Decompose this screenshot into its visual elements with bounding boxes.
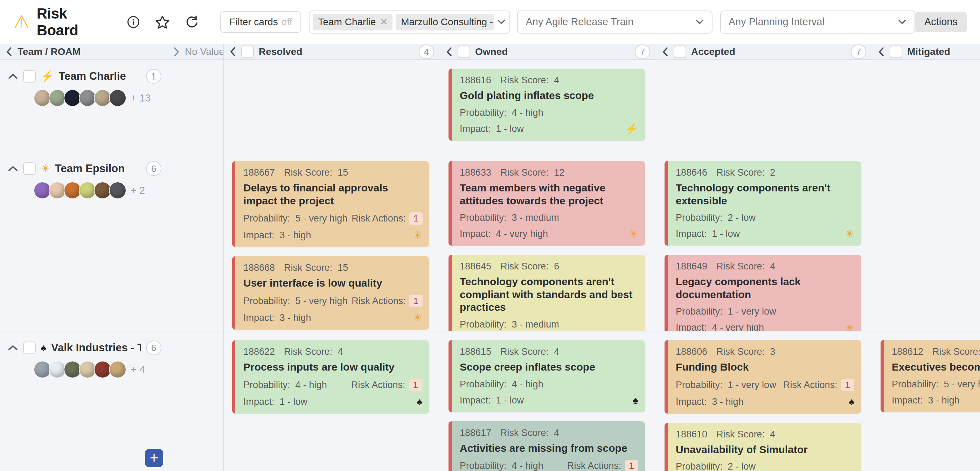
column-title: Mitigated	[907, 46, 950, 57]
team-marker-icon: ☀	[845, 323, 854, 331]
actions-button[interactable]: Actions	[915, 12, 967, 32]
team-marker-icon: ☀	[413, 312, 422, 323]
team-checkbox[interactable]	[23, 70, 36, 82]
filter-cards-button[interactable]: Filter cards off	[220, 11, 301, 33]
risk-actions: Risk Actions:1	[352, 295, 423, 307]
card-title: Unavailability of Simulator	[676, 443, 854, 456]
risk-actions: Risk Actions:1	[352, 213, 423, 225]
risk-score: Risk Score: 2	[716, 167, 775, 178]
card-id: 188606	[676, 346, 707, 357]
risk-score: Risk Score: 4	[716, 429, 775, 440]
column-select-checkbox[interactable]	[890, 46, 902, 58]
column-header-team-roam: Team / ROAM	[0, 44, 167, 60]
collapse-lane-icon[interactable]	[8, 73, 18, 80]
impact: Impact: 3 - high	[892, 395, 960, 406]
collapse-column-icon[interactable]	[229, 46, 236, 57]
card-title: Technology components aren't extensible	[676, 182, 854, 207]
card-id: 188622	[243, 346, 275, 357]
risk-card[interactable]: 188616 Risk Score: 4 Gold plating inflat…	[449, 68, 645, 141]
probability: Probability: 1 - very low	[676, 306, 776, 317]
card-title: Team members with negative attitudes tow…	[460, 182, 638, 207]
plus-icon: +	[150, 451, 159, 465]
risk-card[interactable]: 188612 Risk Score: 15 Executives become …	[881, 340, 980, 412]
impact: Impact: 1 - low	[460, 395, 524, 406]
team-checkbox[interactable]	[23, 341, 36, 354]
impact: Impact: 3 - high	[676, 396, 744, 407]
risk-card[interactable]: 188622 Risk Score: 4 Process inputs are …	[232, 340, 429, 414]
risk-score: Risk Score: 4	[716, 261, 775, 272]
info-icon[interactable]	[126, 15, 140, 29]
column-select-checkbox[interactable]	[241, 46, 254, 58]
risk-score: Risk Score: 4	[500, 428, 559, 438]
risk-card[interactable]: 188615 Risk Score: 4 Scope creep inflate…	[449, 340, 645, 412]
risk-card[interactable]: 188646 Risk Score: 2 Technology componen…	[665, 161, 861, 246]
team-checkbox[interactable]	[23, 162, 36, 175]
avatar[interactable]	[109, 89, 126, 107]
risk-board-grid: Team / ROAM No Value Resolved 4 Owned 7 …	[0, 44, 980, 471]
risk-card[interactable]: 188649 Risk Score: 4 Legacy components l…	[665, 255, 861, 331]
probability: Probability: 2 - low	[676, 461, 756, 471]
probability: Probability: 4 - high	[460, 460, 543, 471]
risk-card[interactable]: 188617 Risk Score: 4 Activities are miss…	[449, 421, 645, 471]
team-filter-chip[interactable]: Team Charlie ✕	[313, 14, 393, 30]
collapse-column-icon[interactable]	[6, 46, 13, 57]
team-spade-icon: ♠	[41, 343, 46, 353]
team-name: Team Charlie	[59, 70, 141, 82]
card-title: Technology components aren't compliant w…	[460, 275, 638, 314]
card-id: 188617	[460, 428, 491, 438]
column-header-no-value: No Value	[167, 44, 224, 60]
card-title: Funding Block	[676, 361, 854, 374]
column-select-checkbox[interactable]	[458, 46, 470, 58]
refresh-icon[interactable]	[185, 15, 199, 29]
remove-chip-icon[interactable]: ✕	[380, 16, 388, 27]
more-members-count[interactable]: + 2	[130, 185, 145, 196]
chevron-down-icon[interactable]	[497, 19, 506, 25]
resolved-cell-valk: 188622 Risk Score: 4 Process inputs are …	[224, 331, 440, 471]
card-id: 188615	[460, 346, 491, 357]
more-members-count[interactable]: + 4	[130, 364, 145, 376]
chip-label: Marzullo Consulting - Team D	[401, 16, 494, 28]
avatar[interactable]	[109, 361, 126, 378]
risk-card[interactable]: 188606 Risk Score: 3 Funding Block Proba…	[665, 340, 861, 414]
card-title: Gold plating inflates scope	[460, 89, 638, 102]
card-title: Scope creep inflates scope	[460, 361, 638, 374]
risk-card[interactable]: 188645 Risk Score: 6 Technology componen…	[449, 255, 645, 331]
add-risk-button[interactable]: +	[145, 449, 163, 467]
planning-interval-dropdown[interactable]: Any Planning Interval	[720, 11, 915, 33]
chip-label: Team Charlie	[318, 16, 376, 28]
card-title: Executives become dis	[892, 361, 980, 374]
warning-triangle-icon: ⚠	[13, 13, 30, 31]
card-id: 188667	[243, 167, 275, 178]
team-filter-select[interactable]: Team Charlie ✕ Marzullo Consulting - Tea…	[309, 11, 510, 33]
column-title: No Value	[185, 46, 224, 57]
card-id: 188649	[676, 261, 707, 272]
risk-card[interactable]: 188667 Risk Score: 15 Delays to financia…	[232, 161, 429, 247]
probability: Probability: 5 - very high	[243, 213, 347, 224]
column-select-checkbox[interactable]	[674, 46, 686, 58]
risk-score: Risk Score: 15	[284, 167, 348, 178]
favorite-star-icon[interactable]	[155, 15, 170, 29]
risk-card[interactable]: 188633 Risk Score: 12 Team members with …	[449, 161, 645, 246]
expand-column-icon[interactable]	[173, 46, 180, 57]
card-title: Legacy components lack documentation	[676, 275, 854, 301]
collapse-lane-icon[interactable]	[8, 165, 18, 172]
card-title: Process inputs are low quality	[243, 361, 422, 374]
column-count-badge: 7	[851, 44, 866, 59]
team-filter-chip[interactable]: Marzullo Consulting - Team D	[396, 14, 494, 30]
risk-card[interactable]: 188668 Risk Score: 15 User interface is …	[232, 256, 429, 330]
collapse-lane-icon[interactable]	[8, 344, 18, 351]
avatar[interactable]	[109, 182, 126, 199]
collapse-column-icon[interactable]	[878, 46, 885, 57]
risk-score: Risk Score: 4	[284, 346, 343, 357]
card-id: 188610	[676, 429, 707, 440]
agile-release-train-dropdown[interactable]: Any Agile Release Train	[517, 11, 712, 33]
card-id: 188668	[243, 262, 275, 273]
probability: Probability: 4 - high	[460, 108, 543, 118]
more-members-count[interactable]: + 13	[130, 92, 151, 104]
collapse-column-icon[interactable]	[662, 46, 669, 57]
collapse-column-icon[interactable]	[446, 46, 453, 57]
risk-card[interactable]: 188610 Risk Score: 4 Unavailability of S…	[665, 423, 861, 471]
team-avatars: + 2	[33, 182, 161, 199]
impact: Impact: 3 - high	[243, 230, 311, 241]
card-id: 188646	[676, 167, 707, 178]
